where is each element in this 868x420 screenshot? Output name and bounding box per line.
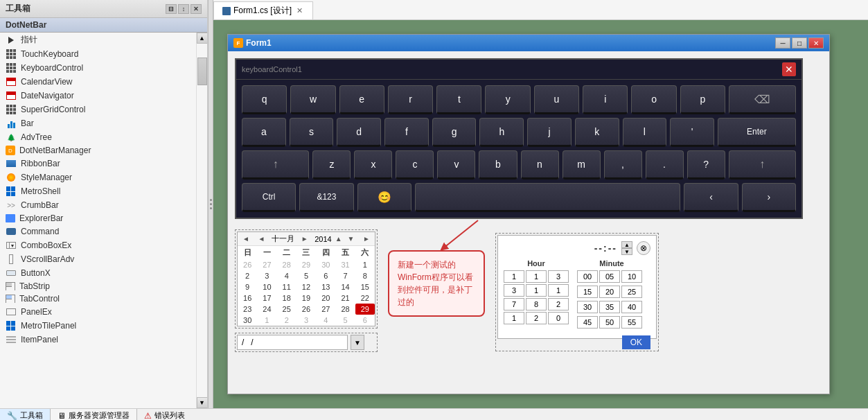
cal-day[interactable]: 23	[238, 304, 257, 315]
minute-btn[interactable]: 35	[599, 301, 620, 313]
toolbox-item-datenavigator[interactable]: DateNavigator	[0, 89, 196, 103]
key-quote[interactable]: '	[670, 118, 714, 147]
minute-btn[interactable]: 05	[599, 270, 620, 283]
cal-day-today[interactable]: 29	[355, 304, 375, 315]
minute-btn[interactable]: 55	[621, 316, 642, 329]
cal-day[interactable]: 5	[296, 270, 316, 281]
cal-day[interactable]: 12	[296, 281, 316, 292]
toolbox-item-crumbbar[interactable]: >> CrumbBar	[0, 198, 196, 212]
key-shift-left[interactable]: ↑	[242, 150, 309, 180]
toolbox-item-vscrollbaradv[interactable]: VScrollBarAdv	[0, 252, 196, 266]
toolbox-item-pointer[interactable]: 指针	[0, 33, 196, 47]
key-shift-right[interactable]: ↑	[729, 150, 796, 180]
hour-btn[interactable]: 2	[526, 312, 547, 324]
key-right[interactable]: ›	[742, 183, 796, 212]
status-tab-server[interactable]: 🖥 服务器资源管理器	[51, 409, 137, 420]
time-spin-down[interactable]: ▼	[621, 248, 632, 255]
cal-day[interactable]: 3	[296, 315, 316, 326]
hour-btn[interactable]: 1	[504, 270, 524, 283]
cal-day[interactable]: 4	[277, 270, 296, 281]
cal-day[interactable]: 26	[238, 259, 257, 270]
hour-btn[interactable]: 0	[548, 312, 569, 324]
key-h[interactable]: h	[479, 118, 524, 147]
toolbox-item-supergrid[interactable]: SuperGridControl	[0, 103, 196, 116]
minute-btn[interactable]: 10	[621, 270, 642, 283]
key-s[interactable]: s	[290, 118, 334, 147]
minute-btn[interactable]: 40	[621, 301, 642, 313]
cal-day[interactable]: 27	[316, 304, 335, 315]
time-ok-btn[interactable]: OK	[622, 335, 650, 349]
tab-close-btn[interactable]: ✕	[294, 6, 304, 16]
minute-btn[interactable]: 15	[577, 286, 598, 298]
key-f[interactable]: f	[384, 118, 429, 147]
key-x[interactable]: x	[354, 150, 392, 180]
time-picker-close[interactable]: ⊗	[637, 241, 650, 255]
cal-prev-year[interactable]: ◄	[240, 234, 251, 243]
hour-btn[interactable]: 1	[526, 270, 547, 283]
toolbox-item-bar[interactable]: Bar	[0, 116, 196, 130]
cal-day[interactable]: 4	[316, 315, 335, 326]
cal-prev-month[interactable]: ◄	[256, 234, 267, 243]
scroll-down-btn[interactable]: ▼	[197, 397, 208, 408]
toolbox-close-btn[interactable]: ✕	[191, 4, 202, 14]
key-n[interactable]: n	[521, 150, 559, 180]
key-u[interactable]: u	[534, 85, 579, 114]
cal-day[interactable]: 9	[238, 281, 257, 292]
key-w[interactable]: w	[290, 85, 335, 114]
key-b[interactable]: b	[479, 150, 517, 180]
key-m[interactable]: m	[563, 150, 601, 180]
cal-day[interactable]: 20	[316, 292, 335, 304]
hour-btn[interactable]: 1	[526, 284, 547, 297]
date-dropdown-btn[interactable]: ▼	[351, 335, 364, 350]
key-v[interactable]: v	[437, 150, 475, 180]
cal-day[interactable]: 28	[335, 304, 355, 315]
tab-form1-design[interactable]: Form1.cs [设计] ✕	[213, 1, 313, 19]
cal-day[interactable]: 18	[277, 292, 296, 304]
minute-btn[interactable]: 50	[599, 316, 620, 329]
cal-day[interactable]: 1	[257, 315, 276, 326]
cal-day[interactable]: 26	[296, 304, 316, 315]
toolbox-float-btn[interactable]: ↕	[178, 4, 189, 14]
status-tab-toolbox[interactable]: 🔧 工具箱	[0, 409, 51, 420]
key-l[interactable]: l	[623, 118, 667, 147]
cal-year-down[interactable]: ▼	[346, 234, 357, 243]
cal-day[interactable]: 2	[238, 270, 257, 281]
scroll-up-btn[interactable]: ▲	[197, 33, 208, 44]
hour-btn[interactable]: 1	[548, 284, 569, 297]
cal-day[interactable]: 3	[257, 270, 276, 281]
minute-btn[interactable]: 30	[577, 301, 598, 313]
toolbox-item-advtree[interactable]: 🌲 AdvTree	[0, 130, 196, 144]
form-close-btn[interactable]: ✕	[808, 37, 824, 49]
cal-day[interactable]: 27	[257, 259, 276, 270]
resize-handle[interactable]	[208, 0, 213, 408]
toolbox-item-tabcontrol[interactable]: TabControl	[0, 292, 196, 305]
key-p[interactable]: p	[680, 85, 725, 114]
toolbox-item-calendarview[interactable]: CalendarView	[0, 75, 196, 89]
cal-day[interactable]: 22	[355, 292, 375, 304]
cal-day[interactable]: 19	[296, 292, 316, 304]
key-question[interactable]: ?	[687, 150, 725, 180]
cal-day[interactable]: 25	[277, 304, 296, 315]
key-j[interactable]: j	[527, 118, 572, 147]
hour-btn[interactable]: 1	[504, 312, 524, 324]
toolbox-item-tabstrip[interactable]: TabStrip	[0, 280, 196, 292]
key-k[interactable]: k	[575, 118, 619, 147]
cal-year-up[interactable]: ▲	[333, 234, 344, 243]
cal-next-month[interactable]: ►	[299, 234, 310, 243]
date-input[interactable]: / /	[237, 335, 348, 350]
minute-btn[interactable]: 45	[577, 316, 598, 329]
cal-day[interactable]: 14	[335, 281, 355, 292]
cal-day[interactable]: 15	[355, 281, 375, 292]
cal-day[interactable]: 6	[355, 315, 375, 326]
toolbox-item-metroshell[interactable]: MetroShell	[0, 184, 196, 198]
key-d[interactable]: d	[337, 118, 381, 147]
cal-day[interactable]: 17	[257, 292, 276, 304]
key-left[interactable]: ‹	[684, 183, 738, 212]
toolbox-item-keyboardcontrol[interactable]: KeyboardControl	[0, 61, 196, 75]
key-z[interactable]: z	[312, 150, 351, 180]
toolbox-pin-btn[interactable]: ⊟	[166, 4, 177, 14]
cal-next-year[interactable]: ►	[361, 234, 372, 243]
hour-btn[interactable]: 3	[548, 270, 569, 283]
scroll-track[interactable]	[197, 44, 207, 397]
toolbox-item-comboboxex[interactable]: ▼ ComboBoxEx	[0, 238, 196, 252]
